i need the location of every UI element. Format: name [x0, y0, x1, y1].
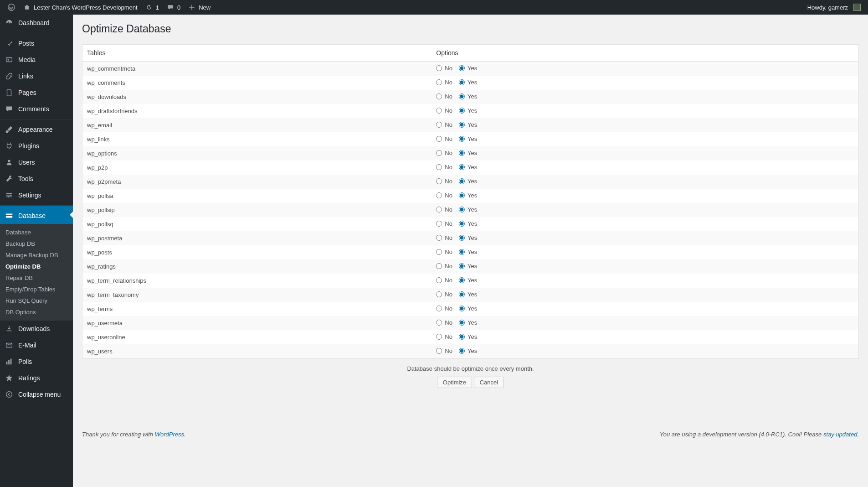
radio-yes[interactable] — [459, 249, 465, 255]
radio-no[interactable] — [436, 348, 442, 354]
sidebar-item-media[interactable]: Media — [0, 52, 73, 68]
submenu-item-manage-backup-db[interactable]: Manage Backup DB — [0, 249, 73, 261]
radio-no[interactable] — [436, 249, 442, 255]
radio-yes-wrap[interactable]: Yes — [459, 121, 477, 128]
sidebar-item-database[interactable]: Database — [0, 205, 73, 224]
comments-item[interactable]: 0 — [163, 0, 184, 15]
radio-yes[interactable] — [459, 263, 465, 269]
radio-no[interactable] — [436, 164, 442, 170]
radio-yes[interactable] — [459, 277, 465, 283]
radio-no[interactable] — [436, 192, 442, 198]
submenu-item-db-options[interactable]: DB Options — [0, 306, 73, 318]
submenu-item-repair-db[interactable]: Repair DB — [0, 272, 73, 284]
radio-no[interactable] — [436, 150, 442, 156]
radio-yes[interactable] — [459, 65, 465, 71]
radio-yes-wrap[interactable]: Yes — [459, 234, 477, 241]
sidebar-item-comments[interactable]: Comments — [0, 101, 73, 117]
radio-yes-wrap[interactable]: Yes — [459, 93, 477, 100]
radio-yes[interactable] — [459, 122, 465, 128]
sidebar-item-users[interactable]: Users — [0, 154, 73, 171]
radio-no[interactable] — [436, 221, 442, 227]
radio-no[interactable] — [436, 136, 442, 142]
radio-yes-wrap[interactable]: Yes — [459, 150, 477, 156]
sidebar-item-collapse-menu[interactable]: Collapse menu — [0, 386, 73, 403]
sidebar-item-ratings[interactable]: Ratings — [0, 370, 73, 386]
sidebar-item-tools[interactable]: Tools — [0, 171, 73, 187]
radio-yes[interactable] — [459, 136, 465, 142]
radio-no-wrap[interactable]: No — [436, 291, 452, 298]
sidebar-item-posts[interactable]: Posts — [0, 33, 73, 52]
radio-yes-wrap[interactable]: Yes — [459, 192, 477, 199]
radio-no[interactable] — [436, 320, 442, 326]
radio-no[interactable] — [436, 108, 442, 114]
footer-wp-link[interactable]: WordPress — [155, 431, 184, 438]
radio-no-wrap[interactable]: No — [436, 135, 452, 142]
radio-no[interactable] — [436, 334, 442, 340]
radio-yes-wrap[interactable]: Yes — [459, 291, 477, 298]
radio-no-wrap[interactable]: No — [436, 164, 452, 171]
radio-yes-wrap[interactable]: Yes — [459, 347, 477, 354]
radio-no-wrap[interactable]: No — [436, 347, 452, 354]
site-name[interactable]: Lester Chan's WordPress Development — [19, 0, 141, 15]
radio-no[interactable] — [436, 277, 442, 283]
optimize-button[interactable]: Optimize — [437, 377, 472, 388]
radio-no-wrap[interactable]: No — [436, 333, 452, 340]
radio-yes-wrap[interactable]: Yes — [459, 333, 477, 340]
radio-no-wrap[interactable]: No — [436, 121, 452, 128]
radio-no-wrap[interactable]: No — [436, 305, 452, 312]
radio-yes[interactable] — [459, 348, 465, 354]
sidebar-item-links[interactable]: Links — [0, 68, 73, 84]
radio-no[interactable] — [436, 122, 442, 128]
updates-item[interactable]: 1 — [141, 0, 163, 15]
sidebar-item-settings[interactable]: Settings — [0, 187, 73, 203]
howdy-user[interactable]: Howdy, gamerz — [804, 0, 864, 15]
radio-yes[interactable] — [459, 93, 465, 99]
radio-no-wrap[interactable]: No — [436, 206, 452, 213]
radio-yes-wrap[interactable]: Yes — [459, 319, 477, 326]
radio-yes-wrap[interactable]: Yes — [459, 178, 477, 185]
radio-no[interactable] — [436, 306, 442, 311]
radio-yes-wrap[interactable]: Yes — [459, 164, 477, 171]
radio-no-wrap[interactable]: No — [436, 93, 452, 100]
radio-yes[interactable] — [459, 334, 465, 340]
radio-no-wrap[interactable]: No — [436, 65, 452, 72]
radio-no[interactable] — [436, 207, 442, 212]
submenu-item-empty-drop-tables[interactable]: Empty/Drop Tables — [0, 284, 73, 295]
submenu-item-optimize-db[interactable]: Optimize DB — [0, 261, 73, 272]
radio-yes[interactable] — [459, 320, 465, 326]
radio-no-wrap[interactable]: No — [436, 178, 452, 185]
radio-yes-wrap[interactable]: Yes — [459, 249, 477, 255]
sidebar-item-downloads[interactable]: Downloads — [0, 321, 73, 337]
radio-no-wrap[interactable]: No — [436, 107, 452, 114]
radio-no-wrap[interactable]: No — [436, 79, 452, 86]
radio-no[interactable] — [436, 93, 442, 99]
radio-yes-wrap[interactable]: Yes — [459, 220, 477, 227]
radio-yes[interactable] — [459, 192, 465, 198]
radio-no-wrap[interactable]: No — [436, 234, 452, 241]
sidebar-item-e-mail[interactable]: E-Mail — [0, 337, 73, 353]
radio-yes[interactable] — [459, 306, 465, 311]
radio-yes-wrap[interactable]: Yes — [459, 107, 477, 114]
radio-yes[interactable] — [459, 108, 465, 114]
sidebar-item-plugins[interactable]: Plugins — [0, 138, 73, 154]
radio-yes-wrap[interactable]: Yes — [459, 135, 477, 142]
radio-yes[interactable] — [459, 207, 465, 212]
submenu-item-database[interactable]: Database — [0, 227, 73, 238]
radio-yes-wrap[interactable]: Yes — [459, 263, 477, 269]
sidebar-item-pages[interactable]: Pages — [0, 84, 73, 101]
footer-update-link[interactable]: stay updated — [823, 431, 857, 438]
radio-no[interactable] — [436, 65, 442, 71]
radio-no[interactable] — [436, 235, 442, 241]
radio-yes[interactable] — [459, 235, 465, 241]
radio-no-wrap[interactable]: No — [436, 277, 452, 284]
wp-logo[interactable] — [4, 0, 19, 15]
radio-yes[interactable] — [459, 178, 465, 184]
radio-no-wrap[interactable]: No — [436, 220, 452, 227]
submenu-item-backup-db[interactable]: Backup DB — [0, 238, 73, 249]
radio-no[interactable] — [436, 178, 442, 184]
radio-yes-wrap[interactable]: Yes — [459, 65, 477, 72]
radio-yes-wrap[interactable]: Yes — [459, 305, 477, 312]
radio-no[interactable] — [436, 263, 442, 269]
sidebar-item-polls[interactable]: Polls — [0, 353, 73, 370]
radio-yes-wrap[interactable]: Yes — [459, 79, 477, 86]
